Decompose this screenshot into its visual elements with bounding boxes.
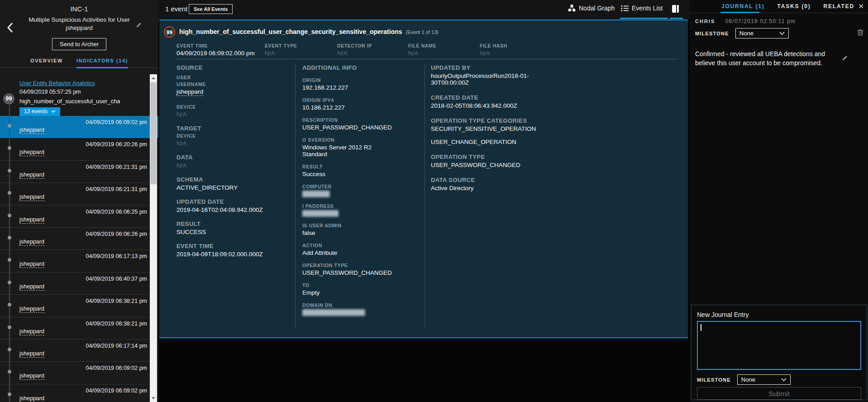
event-row[interactable]: 04/09/2019 06:17:14 pmjsheppard [0,340,158,362]
edit-incident-icon[interactable] [136,22,142,28]
event-row-user-link[interactable]: jsheppard [19,239,44,246]
info-label: O SVERSION [302,137,415,143]
event-row-time: 04/09/2019 06:21:31 pm [19,164,147,170]
info-value: 192.168.212.227 [302,84,415,91]
events-list-toggle[interactable]: Events List [621,5,663,12]
device-label: DEVICE [176,104,290,110]
close-icon[interactable]: ✕ [858,2,864,10]
event-name: high_number_of_successful_user_change_se… [179,28,402,35]
journal-entry: CHRIS 06/07/2019 02:50:11 pm MILESTONE N… [690,13,868,68]
edit-journal-icon[interactable] [842,55,848,61]
submit-button[interactable]: Submit [697,387,861,400]
indicator-source-link[interactable]: User Entity Behavior Analytics [19,80,95,86]
field-value: N/A [337,50,372,57]
tab-tasks[interactable]: TASKS (0) [777,3,811,10]
event-row[interactable]: 04/09/2019 06:21:31 pmjsheppard [0,183,158,205]
event-row-user-link[interactable]: jsheppard [19,306,44,313]
target-header: TARGET [176,125,290,132]
panel-toggle-active-underline [670,18,683,19]
indicator-title[interactable]: high_number_of_successful_user_change_..… [19,98,120,105]
field-value: N/A [265,50,297,57]
incident-name: Multiple Suspicious Activities for User … [26,16,133,32]
event-row[interactable]: 04/09/2019 06:09:02 pmjsheppard [0,384,158,402]
event-row-user-link[interactable]: jsheppard [19,127,44,134]
timeline-dot-icon [8,325,11,329]
info-group: OPERATION TYPEUSER_PASSWORD_CHANGED [302,263,415,276]
indicator-header: User Entity Behavior Analytics 04/09/201… [0,74,158,116]
event-row-user-link[interactable]: jsheppard [19,283,44,291]
event-row[interactable]: 04/09/2019 06:21:31 pmjsheppard [0,161,158,183]
event-row[interactable]: 04/09/2019 06:06:26 pmjsheppard [0,228,158,250]
event-position: (Event 1 of 13) [406,29,439,35]
events-count-badge[interactable]: 13 events [19,107,60,116]
info-label: ORIGIN IPV4 [302,97,415,103]
field-label: DETECTOR IP [337,43,372,48]
event-row[interactable]: 04/09/2019 06:38:21 pmjsheppard [0,295,158,317]
event-row[interactable]: 04/09/2019 06:17:13 pmjsheppard [0,250,158,272]
info-value-redacted: ████████████ [302,210,415,216]
info-group: TOEmpty [302,282,415,296]
event-row[interactable]: 04/09/2019 06:20:26 pmjsheppard [0,138,158,160]
event-row-user-link[interactable]: jsheppard [19,149,44,156]
event-row-user-link[interactable]: jsheppard [19,373,44,380]
event-row[interactable]: 04/09/2019 06:38:21 pmjsheppard [0,317,158,340]
event-row-user-link[interactable]: jsheppard [19,216,44,224]
event-row-user-link[interactable]: jsheppard [19,172,44,179]
event-row-time: 04/09/2019 06:09:02 pm [19,119,147,125]
indicator-score-badge: 99 [3,93,14,105]
scrollbar-up-arrow[interactable] [150,74,157,82]
new-journal-textarea[interactable] [697,321,861,370]
journal-panel-toggle-icon[interactable] [672,5,679,13]
event-row-time: 04/09/2019 06:06:25 pm [19,209,147,215]
event-row-user-link[interactable]: jsheppard [19,350,44,358]
sidebar-scrollbar[interactable] [150,74,157,402]
new-milestone-select[interactable]: None [737,374,791,385]
result-header: RESULT [176,220,290,227]
event-row-user-link[interactable]: jsheppard [19,328,44,335]
target-device-value: N/A [176,140,290,147]
nodal-graph-label: Nodal Graph [579,5,615,12]
sidebar-tabs: OVERVIEW INDICATORS (14) [0,58,158,68]
meta-column: UPDATED BY hourlyOutputProcessorRun2018-… [431,64,567,191]
see-all-events-button[interactable]: See All Events [189,4,233,14]
field-label: EVENT TYPE [265,43,297,48]
field-value: N/A [408,50,436,57]
trash-icon[interactable] [857,29,863,36]
tab-overview[interactable]: OVERVIEW [30,58,63,67]
column-divider [424,63,425,328]
chevron-down-icon [51,110,56,113]
nodal-graph-toggle[interactable]: Nodal Graph [568,5,615,12]
event-row[interactable]: 04/09/2019 06:09:02 pmjsheppard [0,116,158,138]
scrollbar-thumb[interactable] [150,82,157,184]
milestone-select[interactable]: None [735,28,789,38]
event-row[interactable]: 04/09/2019 06:09:02 pmjsheppard [0,362,158,384]
new-journal-section: New Journal Entry MILESTONE None Submit [691,305,867,400]
info-value-redacted: █████████████████████ [302,309,415,316]
event-row-user-link[interactable]: jsheppard [19,194,44,201]
text-caret [701,324,701,331]
send-to-archer-button[interactable]: Send to Archer [52,38,106,50]
user-label: USER [176,75,290,80]
event-row[interactable]: 04/09/2019 06:40:37 pmjsheppard [0,273,158,295]
source-header: SOURCE [176,64,290,71]
tab-indicators[interactable]: INDICATORS (14) [76,58,128,68]
event-row-user-link[interactable]: jsheppard [19,395,44,402]
scrollbar-down-arrow[interactable] [150,394,157,402]
username-link[interactable]: jsheppard [176,88,203,96]
timeline-dot-icon [8,146,11,150]
journal-entry-time: 06/07/2019 02:50:11 pm [725,18,796,24]
info-label: ORIGIN [302,77,415,83]
timeline-dot-icon [8,392,11,396]
data-source-header: DATA SOURCE [431,177,567,183]
event-row[interactable]: 04/09/2019 06:06:25 pmjsheppard [0,206,158,228]
event-row-user-link[interactable]: jsheppard [19,261,44,268]
schema-value: ACTIVE_DIRECTORY [176,184,290,191]
data-source-value: Active Directory [431,185,567,191]
tab-related[interactable]: RELATED [824,3,854,10]
back-chevron-icon[interactable] [5,22,15,34]
tab-journal[interactable]: JOURNAL (1) [721,3,765,10]
info-label: DOMAIN DN [302,302,415,308]
info-group: O SVERSIONWindows Server 2012 R2 Standar… [302,137,415,158]
schema-header: SCHEMA [176,176,290,183]
milestone-value: None [741,376,755,383]
